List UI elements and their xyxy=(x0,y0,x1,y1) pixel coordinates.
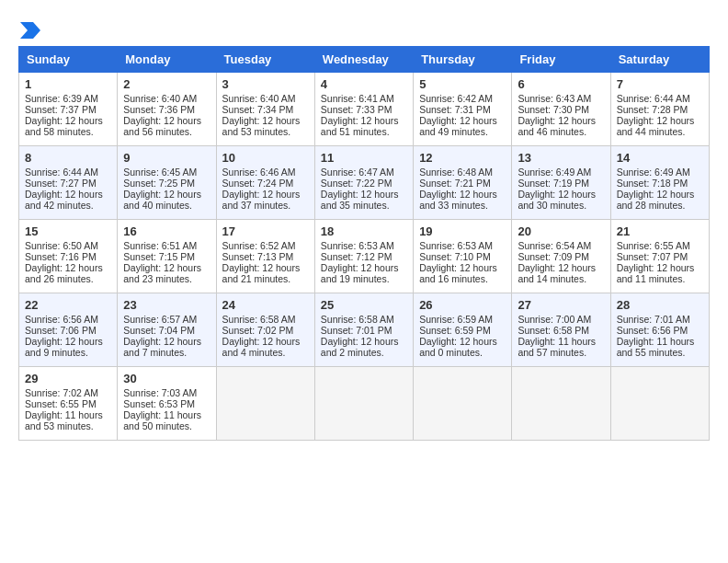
calendar-cell: 16Sunrise: 6:51 AMSunset: 7:15 PMDayligh… xyxy=(118,220,216,293)
calendar-cell: 27Sunrise: 7:00 AMSunset: 6:58 PMDayligh… xyxy=(512,293,610,367)
day-number: 28 xyxy=(617,298,703,312)
day-number: 1 xyxy=(25,77,111,91)
col-header-saturday: Saturday xyxy=(610,47,709,73)
daylight: Daylight: 12 hours and 40 minutes. xyxy=(123,189,201,211)
sunset: Sunset: 6:55 PM xyxy=(25,398,97,409)
calendar-cell xyxy=(414,367,512,441)
svg-marker-0 xyxy=(20,22,40,39)
calendar-cell: 30Sunrise: 7:03 AMSunset: 6:53 PMDayligh… xyxy=(118,367,216,441)
daylight: Daylight: 11 hours and 55 minutes. xyxy=(617,336,695,358)
sunset: Sunset: 7:24 PM xyxy=(222,178,294,189)
day-number: 20 xyxy=(518,224,604,238)
col-header-tuesday: Tuesday xyxy=(216,47,314,73)
sunset: Sunset: 7:12 PM xyxy=(321,251,392,262)
sunrise: Sunrise: 6:39 AM xyxy=(25,93,98,104)
calendar-cell: 11Sunrise: 6:47 AMSunset: 7:22 PMDayligh… xyxy=(314,146,413,220)
day-number: 24 xyxy=(222,298,309,312)
daylight: Daylight: 12 hours and 23 minutes. xyxy=(123,262,201,284)
daylight: Daylight: 12 hours and 53 minutes. xyxy=(222,115,301,137)
day-number: 3 xyxy=(222,77,309,91)
sunset: Sunset: 7:01 PM xyxy=(321,325,392,336)
calendar-week-3: 15Sunrise: 6:50 AMSunset: 7:16 PMDayligh… xyxy=(19,220,710,293)
daylight: Daylight: 11 hours and 53 minutes. xyxy=(25,409,103,431)
daylight: Daylight: 12 hours and 21 minutes. xyxy=(222,262,301,284)
calendar-cell xyxy=(610,367,709,441)
calendar-cell: 26Sunrise: 6:59 AMSunset: 6:59 PMDayligh… xyxy=(414,293,512,367)
sunrise: Sunrise: 6:43 AM xyxy=(518,93,591,104)
sunrise: Sunrise: 6:46 AM xyxy=(222,167,296,178)
calendar-cell: 6Sunrise: 6:43 AMSunset: 7:30 PMDaylight… xyxy=(512,73,610,146)
sunrise: Sunrise: 6:53 AM xyxy=(419,240,493,251)
logo-arrow-icon xyxy=(20,22,40,39)
calendar-cell: 10Sunrise: 6:46 AMSunset: 7:24 PMDayligh… xyxy=(216,146,314,220)
daylight: Daylight: 12 hours and 30 minutes. xyxy=(518,189,596,211)
sunset: Sunset: 7:27 PM xyxy=(25,178,97,189)
calendar-cell: 23Sunrise: 6:57 AMSunset: 7:04 PMDayligh… xyxy=(118,293,216,367)
sunset: Sunset: 6:53 PM xyxy=(123,398,195,409)
day-number: 11 xyxy=(321,151,407,165)
day-number: 6 xyxy=(518,77,604,91)
day-number: 21 xyxy=(617,224,703,238)
sunrise: Sunrise: 6:44 AM xyxy=(25,167,98,178)
day-number: 2 xyxy=(123,77,210,91)
daylight: Daylight: 12 hours and 33 minutes. xyxy=(419,189,497,211)
calendar-cell xyxy=(216,367,314,441)
daylight: Daylight: 11 hours and 50 minutes. xyxy=(123,409,201,431)
sunset: Sunset: 7:07 PM xyxy=(617,251,688,262)
calendar-cell: 25Sunrise: 6:58 AMSunset: 7:01 PMDayligh… xyxy=(314,293,413,367)
day-number: 17 xyxy=(222,224,309,238)
daylight: Daylight: 12 hours and 26 minutes. xyxy=(25,262,103,284)
calendar-cell: 15Sunrise: 6:50 AMSunset: 7:16 PMDayligh… xyxy=(19,220,118,293)
day-number: 15 xyxy=(25,224,111,238)
day-number: 25 xyxy=(321,298,407,312)
calendar-cell: 20Sunrise: 6:54 AMSunset: 7:09 PMDayligh… xyxy=(512,220,610,293)
sunset: Sunset: 7:02 PM xyxy=(222,325,294,336)
logo xyxy=(18,18,40,37)
calendar-cell xyxy=(314,367,413,441)
calendar-table: SundayMondayTuesdayWednesdayThursdayFrid… xyxy=(18,46,710,441)
sunrise: Sunrise: 6:53 AM xyxy=(321,240,394,251)
day-number: 23 xyxy=(123,298,210,312)
sunrise: Sunrise: 6:40 AM xyxy=(222,93,296,104)
sunrise: Sunrise: 6:58 AM xyxy=(321,314,394,325)
daylight: Daylight: 12 hours and 19 minutes. xyxy=(321,262,399,284)
sunset: Sunset: 7:04 PM xyxy=(123,325,195,336)
calendar-cell: 29Sunrise: 7:02 AMSunset: 6:55 PMDayligh… xyxy=(19,367,118,441)
sunrise: Sunrise: 6:56 AM xyxy=(25,314,98,325)
calendar-cell: 17Sunrise: 6:52 AMSunset: 7:13 PMDayligh… xyxy=(216,220,314,293)
calendar-header-row: SundayMondayTuesdayWednesdayThursdayFrid… xyxy=(19,47,710,73)
sunset: Sunset: 7:36 PM xyxy=(123,104,195,115)
daylight: Daylight: 12 hours and 11 minutes. xyxy=(617,262,695,284)
sunrise: Sunrise: 6:58 AM xyxy=(222,314,296,325)
daylight: Daylight: 12 hours and 44 minutes. xyxy=(617,115,695,137)
sunrise: Sunrise: 6:48 AM xyxy=(419,167,493,178)
calendar-cell: 28Sunrise: 7:01 AMSunset: 6:56 PMDayligh… xyxy=(610,293,709,367)
day-number: 26 xyxy=(419,298,506,312)
sunset: Sunset: 7:19 PM xyxy=(518,178,589,189)
day-number: 16 xyxy=(123,224,210,238)
day-number: 9 xyxy=(123,151,210,165)
sunrise: Sunrise: 6:59 AM xyxy=(419,314,493,325)
day-number: 30 xyxy=(123,372,210,385)
daylight: Daylight: 12 hours and 14 minutes. xyxy=(518,262,596,284)
day-number: 14 xyxy=(617,151,703,165)
sunrise: Sunrise: 6:51 AM xyxy=(123,240,197,251)
day-number: 19 xyxy=(419,224,506,238)
calendar-cell: 2Sunrise: 6:40 AMSunset: 7:36 PMDaylight… xyxy=(118,73,216,146)
day-number: 18 xyxy=(321,224,407,238)
daylight: Daylight: 12 hours and 16 minutes. xyxy=(419,262,497,284)
daylight: Daylight: 12 hours and 42 minutes. xyxy=(25,189,103,211)
sunrise: Sunrise: 6:44 AM xyxy=(617,93,690,104)
col-header-sunday: Sunday xyxy=(19,47,118,73)
day-number: 10 xyxy=(222,151,309,165)
calendar-cell: 3Sunrise: 6:40 AMSunset: 7:34 PMDaylight… xyxy=(216,73,314,146)
sunset: Sunset: 7:10 PM xyxy=(419,251,491,262)
sunset: Sunset: 7:22 PM xyxy=(321,178,392,189)
day-number: 12 xyxy=(419,151,506,165)
day-number: 29 xyxy=(25,372,111,385)
day-number: 8 xyxy=(25,151,111,165)
calendar-week-4: 22Sunrise: 6:56 AMSunset: 7:06 PMDayligh… xyxy=(19,293,710,367)
calendar-cell: 5Sunrise: 6:42 AMSunset: 7:31 PMDaylight… xyxy=(414,73,512,146)
calendar-week-5: 29Sunrise: 7:02 AMSunset: 6:55 PMDayligh… xyxy=(19,367,710,441)
sunrise: Sunrise: 7:03 AM xyxy=(123,387,197,398)
